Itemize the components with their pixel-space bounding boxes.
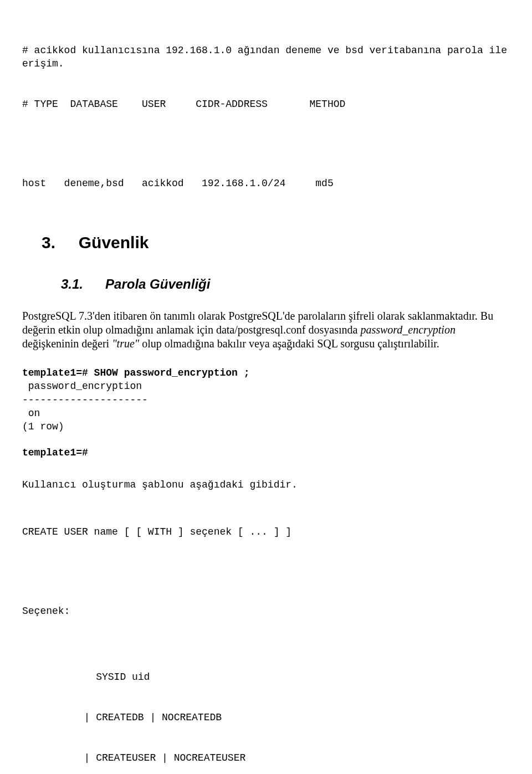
code-line: on: [22, 407, 510, 420]
text-run: olup olmadığına bakılır veya aşağıdaki S…: [139, 337, 439, 350]
code-block-options: SYSID uid | CREATEDB | NOCREATEDB | CREA…: [72, 644, 510, 774]
code-line: host deneme,bsd acikkod 192.168.1.0/24 m…: [22, 177, 510, 190]
section-title: Güvenlik: [79, 233, 149, 252]
code-line: CREATE USER name [ [ WITH ] seçenek [ ..…: [22, 525, 510, 539]
paragraph-intro: PostgreSQL 7.3'den itibaren ön tanımlı o…: [22, 309, 510, 351]
subsection-heading: 3.1. Parola Güvenliği: [61, 275, 510, 293]
code-block-create-user: CREATE USER name [ [ WITH ] seçenek [ ..…: [22, 498, 510, 632]
code-line: | CREATEDB | NOCREATEDB: [72, 711, 510, 724]
code-line: ---------------------: [22, 393, 510, 407]
text-run: değişkeninin değeri: [22, 337, 112, 350]
section-number: 3.: [42, 233, 55, 252]
code-line: template1=# SHOW password_encryption ;: [22, 366, 510, 380]
code-line: # acikkod kullanıcısına 192.168.1.0 ağın…: [22, 44, 510, 71]
code-line: password_encryption: [22, 380, 510, 393]
code-line: SYSID uid: [72, 670, 510, 684]
code-line: Seçenek:: [22, 604, 510, 618]
code-block-hba: # acikkod kullanıcısına 192.168.1.0 ağın…: [22, 17, 510, 204]
code-line: (1 row): [22, 420, 510, 433]
code-line: template1=#: [22, 446, 510, 459]
subsection-number: 3.1.: [61, 276, 83, 291]
code-line: # TYPE DATABASE USER CIDR-ADDRESS METHOD: [22, 98, 510, 111]
code-line: | CREATEUSER | NOCREATEUSER: [72, 751, 510, 765]
section-heading: 3. Güvenlik: [42, 232, 510, 253]
text-run-italic: password_encryption: [360, 324, 455, 336]
paragraph-template: Kullanıcı oluşturma şablonu aşağıdaki gi…: [22, 478, 510, 491]
code-block-show: template1=# SHOW password_encryption ; p…: [22, 366, 510, 459]
text-run-italic: "true": [112, 337, 139, 350]
subsection-title: Parola Güvenliği: [105, 276, 210, 291]
